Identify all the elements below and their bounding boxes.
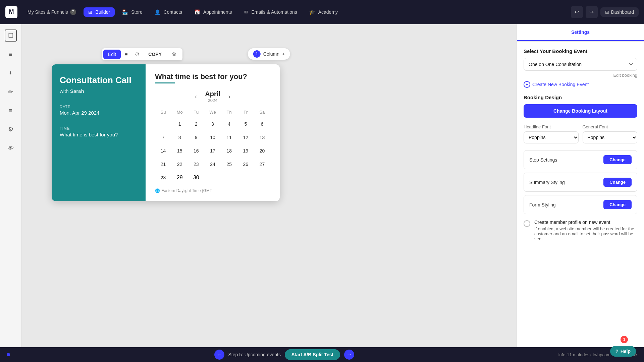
cal-day-15[interactable]: 15 — [171, 145, 188, 156]
cal-day-25[interactable]: 25 — [221, 159, 237, 170]
cal-day-17[interactable]: 17 — [204, 145, 221, 156]
cal-day-1[interactable]: 1 — [171, 119, 188, 129]
member-profile-row: Create member profile on new event If en… — [524, 220, 637, 241]
cal-row-1: 1 2 3 4 5 6 — [155, 117, 270, 131]
layout-icon-button[interactable]: ≡ — [121, 50, 131, 59]
cal-day-30[interactable]: 30 — [193, 175, 199, 181]
cal-day-6[interactable]: 6 — [254, 119, 270, 129]
cal-day-18[interactable]: 18 — [221, 145, 237, 156]
cal-day-20[interactable]: 20 — [254, 145, 270, 156]
tab-settings[interactable]: Settings — [517, 24, 644, 41]
member-profile-text: Create member profile on new event If en… — [534, 220, 637, 241]
form-styling-label: Form Styling — [529, 202, 556, 207]
change-layout-button[interactable]: Change Booking Layout — [524, 104, 637, 118]
topnav: M My Sites & Funnels 7 ⊞ Builder 🏪 Store… — [0, 0, 644, 24]
day-th: Th — [221, 107, 237, 117]
cal-day-12[interactable]: 12 — [237, 132, 254, 143]
general-font-group: General Font Poppins — [583, 124, 638, 143]
sidebar-icon-add[interactable]: + — [5, 67, 17, 79]
cal-day-11[interactable]: 11 — [221, 132, 237, 143]
timezone-row: 🌐 Eastern Daylight Time (GMT — [155, 188, 270, 193]
create-booking-link[interactable]: + Create New Booking Event — [524, 81, 637, 88]
dashboard-button[interactable]: ⊞ Dashboard — [600, 7, 639, 17]
timer-icon-button[interactable]: ⏱ — [131, 50, 143, 59]
cal-day-9[interactable]: 9 — [188, 132, 204, 143]
cal-day-7[interactable]: 7 — [155, 132, 171, 143]
cal-day-24[interactable]: 24 — [204, 159, 221, 170]
cal-day-19[interactable]: 19 — [237, 145, 254, 156]
date-label: DATE — [60, 105, 138, 109]
booking-event-dropdown[interactable]: One on One Consultation — [524, 58, 637, 71]
prev-step-button[interactable]: ← — [214, 350, 224, 360]
form-styling-change-button[interactable]: Change — [603, 200, 632, 209]
sidebar-icon-settings[interactable]: ⚙ — [5, 123, 17, 135]
general-font-select[interactable]: Poppins — [583, 131, 638, 143]
undo-button[interactable]: ↩ — [571, 6, 583, 18]
ab-split-test-button[interactable]: Start A/B Split Test — [285, 349, 340, 360]
cal-day-14[interactable]: 14 — [155, 145, 171, 156]
add-column-button[interactable]: + — [282, 51, 285, 57]
nav-sites[interactable]: My Sites & Funnels 7 — [23, 7, 81, 17]
cal-day-8[interactable]: 8 — [171, 132, 188, 143]
headline-font-select[interactable]: Poppins — [524, 131, 579, 143]
logo: M — [5, 6, 17, 18]
step-settings-change-button[interactable]: Change — [603, 155, 632, 164]
plus-circle-icon: + — [524, 81, 530, 88]
cal-day-22[interactable]: 22 — [171, 159, 188, 170]
cal-day-5[interactable]: 5 — [237, 119, 254, 129]
cal-day-26[interactable]: 26 — [237, 159, 254, 170]
nav-emails[interactable]: ✉ Emails & Automations — [239, 7, 302, 17]
cal-day-21[interactable]: 21 — [155, 159, 171, 170]
cal-day-27[interactable]: 27 — [254, 159, 270, 170]
copy-button[interactable]: COPY — [144, 50, 166, 59]
time-value: What time is best for you? — [60, 132, 138, 137]
nav-academy[interactable]: 🎓 Academy — [305, 7, 342, 17]
time-label: TIME — [60, 126, 138, 130]
sidebar-icon-box[interactable]: ☐ — [5, 29, 17, 42]
nav-store[interactable]: 🏪 Store — [117, 7, 147, 17]
member-profile-toggle[interactable] — [524, 220, 530, 227]
cal-day-23[interactable]: 23 — [188, 159, 204, 170]
column-selector[interactable]: 1 Column + — [248, 48, 290, 60]
nav-appointments[interactable]: 📅 Appointments — [190, 7, 237, 17]
settings-panel: Settings Select Your Booking Event One o… — [517, 24, 644, 347]
prev-month-button[interactable]: ‹ — [194, 92, 198, 102]
create-booking-label: Create New Booking Event — [532, 82, 589, 87]
booking-widget: Consultation Call with Sarah DATE Mon, A… — [52, 64, 280, 201]
cal-day-2[interactable]: 2 — [188, 119, 204, 129]
sidebar-icon-edit[interactable]: ✏ — [5, 86, 17, 98]
title-underline — [155, 82, 175, 83]
day-we: We — [204, 107, 221, 117]
booking-left-panel: Consultation Call with Sarah DATE Mon, A… — [52, 64, 146, 201]
cal-day-3[interactable]: 3 — [204, 119, 221, 129]
cal-day-10[interactable]: 10 — [204, 132, 221, 143]
notification-badge: 1 — [621, 336, 628, 343]
notification-area: 1 — [621, 336, 628, 343]
nav-contacts[interactable]: 👤 Contacts — [150, 7, 187, 17]
cal-day-29-selected[interactable]: 29 — [177, 175, 183, 181]
cal-day-4[interactable]: 4 — [221, 119, 237, 129]
cal-row-4: 21 22 23 24 25 26 27 — [155, 158, 270, 171]
font-row: Headline Font Poppins General Font Poppi… — [524, 124, 637, 143]
edit-button[interactable]: Edit — [103, 50, 121, 59]
edit-booking-link[interactable]: Edit booking — [524, 73, 637, 78]
next-step-button[interactable]: → — [344, 350, 354, 360]
summary-styling-change-button[interactable]: Change — [603, 178, 632, 187]
nav-builder[interactable]: ⊞ Builder — [84, 7, 115, 17]
day-mo: Mo — [171, 107, 188, 117]
help-button[interactable]: ? Help — [610, 346, 636, 357]
cal-row-2: 7 8 9 10 11 12 13 — [155, 131, 270, 144]
cal-day-16[interactable]: 16 — [188, 145, 204, 156]
next-month-button[interactable]: › — [227, 92, 232, 102]
sidebar-icon-eye[interactable]: 👁 — [5, 142, 17, 154]
delete-button[interactable]: 🗑 — [167, 50, 181, 59]
cal-day-13[interactable]: 13 — [254, 132, 270, 143]
sidebar-icon-filter[interactable]: ≡ — [5, 105, 17, 117]
day-fr: Fr — [237, 107, 254, 117]
cal-day-28[interactable]: 28 — [155, 172, 171, 183]
help-label: Help — [621, 349, 631, 354]
booking-right-title: What time is best for you? — [155, 72, 270, 81]
redo-button[interactable]: ↪ — [586, 6, 598, 18]
sidebar-icon-menu[interactable]: ≡ — [5, 48, 17, 60]
headline-font-group: Headline Font Poppins — [524, 124, 579, 143]
